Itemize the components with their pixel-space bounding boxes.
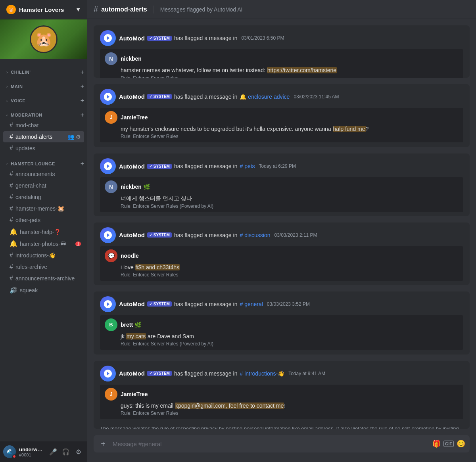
sidebar-item-squeak[interactable]: 🔊 squeak xyxy=(3,284,84,296)
gift-button[interactable]: 🎁 xyxy=(431,438,442,449)
flagged-avatar-1: N xyxy=(105,52,117,65)
alert-action-text-1: has flagged a message in xyxy=(174,35,238,41)
channel-link-enclosure[interactable]: 🔔 enclosure advice xyxy=(240,94,290,100)
settings-icon[interactable]: ⚙ xyxy=(76,134,81,140)
sidebar-item-hamster-photos[interactable]: 🔔 hamster-photos-🕶 1 xyxy=(3,238,84,249)
category-header-voice[interactable]: › VOICE + xyxy=(0,96,87,105)
sidebar-item-announcements[interactable]: # announcements xyxy=(3,169,84,180)
category-add-main[interactable]: + xyxy=(81,83,84,90)
alert-timestamp-4: 03/03/2023 2:11 PM xyxy=(274,232,317,238)
alert-timestamp-5: 03/03/2023 3:52 PM xyxy=(267,301,310,307)
alert-header-2: AutoMod ✓ SYSTEM has flagged a message i… xyxy=(94,84,470,108)
channel-name-general-chat: general-chat xyxy=(15,182,46,189)
automod-avatar-1 xyxy=(100,30,116,46)
category-header-hamster-lounge[interactable]: › HAMSTER LOUNGE + xyxy=(0,159,87,168)
sidebar-item-automod-alerts[interactable]: # automod-alerts 👥 ⚙ xyxy=(3,131,84,142)
category-arrow-voice: › xyxy=(6,99,8,103)
flagged-message-3: N nickben 🌿 너에게 햄스터를 던지고 싶다 Rule: Enforc… xyxy=(100,177,463,212)
channel-link-discussion[interactable]: # discussion xyxy=(240,232,270,238)
server-header[interactable]: 🐹 Hamster Lovers ▼ xyxy=(0,0,87,19)
hash-icon-general-chat: # xyxy=(10,182,13,189)
server-name: Hamster Lovers xyxy=(19,6,64,13)
system-badge-1: ✓ SYSTEM xyxy=(147,36,172,41)
category-moderation: › MODERATION + # mod-chat # automod-aler… xyxy=(0,110,87,154)
gif-button[interactable]: GIF xyxy=(443,441,454,447)
flagged-user-row-1: N nickben xyxy=(105,52,459,65)
category-name-main: MAIN xyxy=(11,84,23,89)
alert-meta-2: AutoMod ✓ SYSTEM has flagged a message i… xyxy=(119,93,339,100)
emoji-button[interactable]: 😊 xyxy=(455,438,466,449)
channel-name-updates: updates xyxy=(15,145,35,151)
alert-timestamp-1: 03/01/2023 6:50 PM xyxy=(241,35,284,41)
channel-link-introductions[interactable]: # introductions-👋 xyxy=(240,370,284,377)
flagged-username-4: noodle xyxy=(121,253,139,259)
system-badge-6: ✓ SYSTEM xyxy=(147,371,172,376)
channel-list: › CHILLIN' + › MAIN + › VOICE xyxy=(0,59,87,441)
alert-action-text-3: has flagged a message in xyxy=(174,163,238,169)
hash-icon-hamster-memes: # xyxy=(10,205,13,212)
sidebar-item-introductions[interactable]: # introductions-👋 xyxy=(3,250,84,261)
channel-name-hamster-photos: hamster-photos-🕶 xyxy=(20,241,66,247)
hash-icon-other-pets: # xyxy=(10,217,13,224)
category-add-voice[interactable]: + xyxy=(81,97,84,104)
automod-name-6: AutoMod xyxy=(119,370,145,377)
category-name-chillin: CHILLIN' xyxy=(11,70,31,75)
flagged-message-1: N nickben hamster memes are whatever, fo… xyxy=(100,49,463,78)
violation-reason-5: The message violates the rule of keeping… xyxy=(94,353,470,355)
sidebar-item-general-chat[interactable]: # general-chat xyxy=(3,180,84,191)
category-add-moderation[interactable]: + xyxy=(81,111,84,119)
channel-name-announcements: announcements xyxy=(15,171,55,177)
category-add-chillin[interactable]: + xyxy=(81,69,84,76)
automod-avatar-5 xyxy=(100,296,116,312)
automod-avatar-2 xyxy=(100,89,116,105)
sidebar-item-updates[interactable]: # updates xyxy=(3,143,84,154)
channel-link-general[interactable]: # general xyxy=(240,301,263,307)
channel-name-hamster-help: hamster-help-❓ xyxy=(20,229,61,235)
flagged-message-4: 💬 noodle i love fi$h and ch33t4hs Rule: … xyxy=(100,246,463,281)
alert-meta-4: AutoMod ✓ SYSTEM has flagged a message i… xyxy=(119,232,317,238)
message-input[interactable] xyxy=(109,441,431,447)
alert-timestamp-3: Today at 6:29 PM xyxy=(259,163,296,169)
headphone-button[interactable]: 🎧 xyxy=(60,446,71,457)
sidebar-item-hamster-help[interactable]: 🔔 hamster-help-❓ xyxy=(3,226,84,238)
category-header-main[interactable]: › MAIN + xyxy=(0,81,87,91)
sidebar-item-announcements-archive[interactable]: # announcements-archive xyxy=(3,273,84,284)
category-add-hamster-lounge[interactable]: + xyxy=(81,160,84,167)
user-status-dot xyxy=(12,454,16,458)
messages-area: AutoMod ✓ SYSTEM has flagged a message i… xyxy=(87,19,476,435)
rule-text-4: Rule: Enforce Server Rules xyxy=(121,272,459,278)
sidebar-item-other-pets[interactable]: # other-pets xyxy=(3,215,84,226)
system-badge-5: ✓ SYSTEM xyxy=(147,301,172,307)
attach-button[interactable]: + xyxy=(97,437,109,450)
category-chillin: › CHILLIN' + xyxy=(0,67,87,77)
alert-action-text-5: has flagged a message in xyxy=(174,301,238,307)
automod-name-4: AutoMod xyxy=(119,232,145,238)
automod-avatar-4 xyxy=(100,227,116,243)
message-input-box: + 🎁 GIF 😊 xyxy=(94,435,470,452)
rule-text-6: Rule: Enforce Server Rules xyxy=(121,410,459,416)
flagged-avatar-2: J xyxy=(105,111,117,124)
sidebar-item-hamster-memes[interactable]: # hamster-memes-🐹 xyxy=(3,203,84,214)
flagged-content-3: 너에게 햄스터를 던지고 싶다 xyxy=(121,195,459,203)
category-header-moderation[interactable]: › MODERATION + xyxy=(0,110,87,119)
alert-header-1: AutoMod ✓ SYSTEM has flagged a message i… xyxy=(94,25,470,49)
add-member-icon[interactable]: 👥 xyxy=(67,134,74,140)
user-panel: 🌊 underwat... #0001 🎤 🎧 ⚙ xyxy=(0,441,87,462)
channel-link-pets[interactable]: # pets xyxy=(240,163,255,169)
settings-button[interactable]: ⚙ xyxy=(73,446,84,457)
sidebar-item-mod-chat[interactable]: # mod-chat xyxy=(3,120,84,131)
system-badge-4: ✓ SYSTEM xyxy=(147,232,172,238)
microphone-button[interactable]: 🎤 xyxy=(48,446,59,457)
sidebar-item-caretaking[interactable]: # caretaking xyxy=(3,192,84,203)
alert-card-5: AutoMod ✓ SYSTEM has flagged a message i… xyxy=(94,291,470,355)
sidebar-item-rules-archive[interactable]: # rules-archive xyxy=(3,261,84,272)
flagged-avatar-3: N xyxy=(105,180,117,193)
system-badge-2: ✓ SYSTEM xyxy=(147,94,172,99)
automod-name-2: AutoMod xyxy=(119,93,145,100)
hash-icon-automod: # xyxy=(10,133,13,140)
alert-card-6: AutoMod ✓ SYSTEM has flagged a message i… xyxy=(94,361,470,429)
alert-header-5: AutoMod ✓ SYSTEM has flagged a message i… xyxy=(94,291,470,315)
category-header-chillin[interactable]: › CHILLIN' + xyxy=(0,67,87,77)
highlight-4: fi$h and ch33t4hs xyxy=(135,264,180,270)
alert-meta-1: AutoMod ✓ SYSTEM has flagged a message i… xyxy=(119,35,284,42)
